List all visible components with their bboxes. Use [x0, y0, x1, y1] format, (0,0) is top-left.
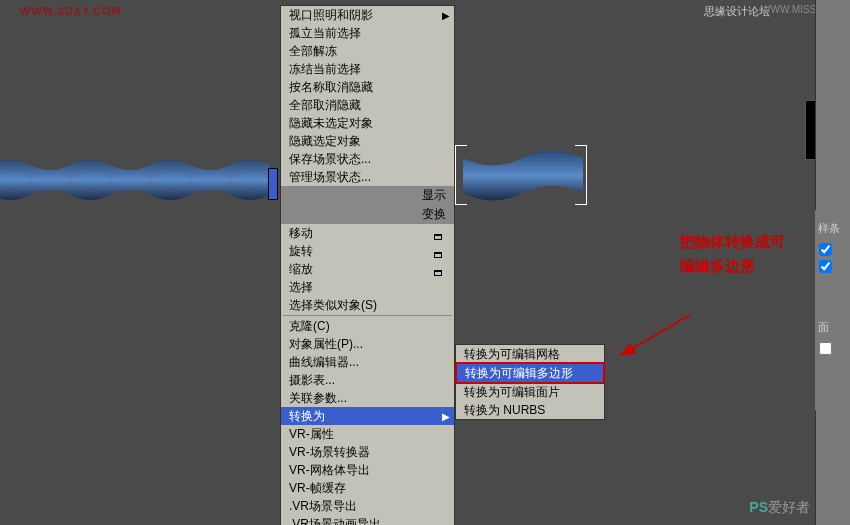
submenu-editable-poly[interactable]: 转换为可编辑多边形	[455, 362, 605, 384]
context-menu: 视口照明和阴影▶ 孤立当前选择 全部解冻 冻结当前选择 按名称取消隐藏 全部取消…	[280, 5, 455, 525]
tool-icon	[434, 264, 444, 272]
menu-vr-properties[interactable]: VR-属性	[281, 425, 454, 443]
menu-freeze-selection[interactable]: 冻结当前选择	[281, 60, 454, 78]
menu-vr-scene-converter[interactable]: VR-场景转换器	[281, 443, 454, 461]
menu-unfreeze-all[interactable]: 全部解冻	[281, 42, 454, 60]
menu-move[interactable]: 移动	[281, 224, 454, 242]
menu-vr-mesh-export[interactable]: VR-网格体导出	[281, 461, 454, 479]
watermark-forum: 思缘设计论坛	[704, 4, 770, 19]
convert-submenu: 转换为可编辑网格 转换为可编辑多边形 转换为可编辑面片 转换为 NURBS	[455, 344, 605, 420]
panel-checkbox-2[interactable]	[819, 260, 832, 273]
tool-icon	[434, 228, 444, 236]
menu-clone[interactable]: 克隆(C)	[281, 317, 454, 335]
menu-vr-scene-export[interactable]: .VR场景导出	[281, 497, 454, 515]
menu-viewport-lighting[interactable]: 视口照明和阴影▶	[281, 6, 454, 24]
menu-object-properties[interactable]: 对象属性(P)...	[281, 335, 454, 353]
menu-manage-scene-state[interactable]: 管理场景状态...	[281, 168, 454, 186]
panel-section: 样条 面	[815, 210, 850, 410]
menu-vr-frame-buffer[interactable]: VR-帧缓存	[281, 479, 454, 497]
menu-isolate-selection[interactable]: 孤立当前选择	[281, 24, 454, 42]
menu-save-scene-state[interactable]: 保存场景状态...	[281, 150, 454, 168]
panel-checkbox-1[interactable]	[819, 243, 832, 256]
submenu-editable-patch[interactable]: 转换为可编辑面片	[456, 383, 604, 401]
menu-unhide-all[interactable]: 全部取消隐藏	[281, 96, 454, 114]
annotation-text: 把物体转换成可 编辑多边形	[680, 230, 785, 278]
selection-bracket-left	[455, 145, 467, 205]
menu-header-display: 显示	[281, 186, 454, 205]
menu-separator	[283, 315, 452, 316]
submenu-nurbs[interactable]: 转换为 NURBS	[456, 401, 604, 419]
submenu-editable-mesh[interactable]: 转换为可编辑网格	[456, 345, 604, 363]
panel-face-label: 面	[815, 317, 850, 338]
submenu-arrow-icon: ▶	[442, 409, 450, 425]
svg-line-0	[630, 315, 690, 350]
color-indicator	[268, 168, 278, 200]
menu-scale[interactable]: 缩放	[281, 260, 454, 278]
annotation-arrow-icon	[620, 310, 700, 360]
menu-hide-unselected[interactable]: 隐藏未选定对象	[281, 114, 454, 132]
selection-bracket-right	[575, 145, 587, 205]
menu-rotate[interactable]: 旋转	[281, 242, 454, 260]
watermark-3dxy: WWW.3DXY.COM	[20, 5, 122, 17]
panel-spline-label: 样条	[815, 218, 850, 239]
menu-convert-to[interactable]: 转换为▶	[281, 407, 454, 425]
modifier-panel: 样条 面	[815, 0, 850, 525]
wave-object-left	[0, 155, 290, 205]
menu-vr-scene-anim-export[interactable]: .VR场景动画导出	[281, 515, 454, 525]
menu-header-transform: 变换	[281, 205, 454, 224]
menu-wire-parameters[interactable]: 关联参数...	[281, 389, 454, 407]
menu-hide-selection[interactable]: 隐藏选定对象	[281, 132, 454, 150]
menu-select-similar[interactable]: 选择类似对象(S)	[281, 296, 454, 314]
tool-icon	[434, 246, 444, 254]
menu-unhide-by-name[interactable]: 按名称取消隐藏	[281, 78, 454, 96]
watermark-logo: PSPS爱好者爱好者	[749, 499, 810, 517]
submenu-arrow-icon: ▶	[442, 8, 450, 24]
menu-select[interactable]: 选择	[281, 278, 454, 296]
panel-checkbox-3[interactable]	[819, 342, 832, 355]
menu-dope-sheet[interactable]: 摄影表...	[281, 371, 454, 389]
menu-curve-editor[interactable]: 曲线编辑器...	[281, 353, 454, 371]
wave-object-right	[463, 148, 583, 203]
3d-viewport[interactable]: WWW.3DXY.COM 思缘设计论坛 WWW.MISSYUAN.COM 视口照…	[0, 0, 850, 525]
